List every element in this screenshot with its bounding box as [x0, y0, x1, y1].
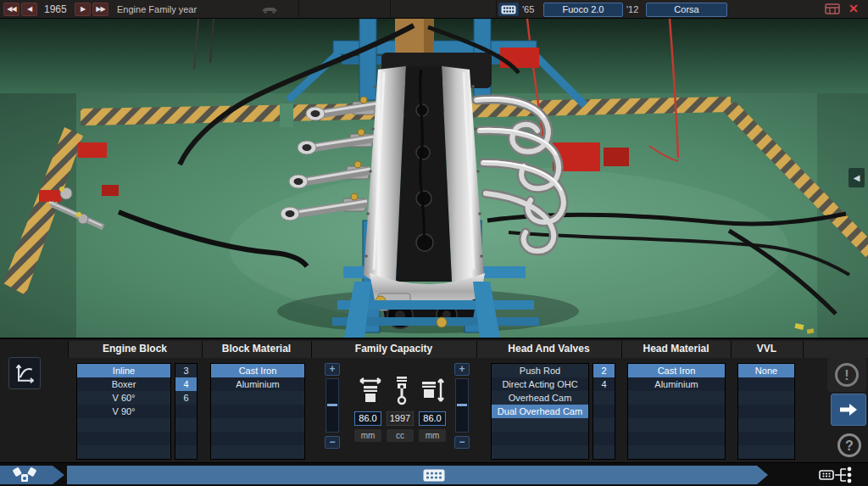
list-item[interactable]: Aluminium [628, 377, 725, 391]
list-item-empty [593, 445, 615, 459]
list-item[interactable]: Push Rod [492, 364, 588, 377]
list-item[interactable]: Aluminium [211, 377, 304, 391]
list-item[interactable]: Dual Overhead Cam [492, 405, 588, 418]
engine-family-panel: Engine Block Block Material Family Capac… [0, 338, 868, 462]
help-button[interactable]: ? [832, 430, 866, 461]
list-item-empty [211, 432, 304, 445]
markets-icon[interactable] [825, 3, 840, 14]
list-item-empty [738, 391, 794, 405]
engine-family-tree-icon[interactable] [819, 466, 858, 486]
list-item[interactable]: Cast Iron [211, 364, 304, 377]
list-item-empty [628, 432, 725, 445]
stroke-slider-handle[interactable] [457, 404, 467, 406]
capacity-unit: cc [387, 429, 414, 442]
section-title-family-capacity: Family Capacity [311, 343, 476, 356]
bore-increase-button[interactable]: + [325, 363, 340, 376]
list-item[interactable]: V 90° [77, 405, 170, 418]
bore-decrease-button[interactable]: − [325, 436, 340, 449]
fast-forward-icon[interactable]: ▶▶ [92, 3, 108, 16]
dyno-graph-button[interactable] [8, 357, 41, 389]
step-back-icon[interactable]: ◀ [21, 3, 37, 16]
variant-year: '12 [626, 4, 638, 14]
v-engine-icon [10, 466, 39, 483]
section-title-vvl: VVL [731, 343, 803, 356]
engine-viewport: ◀ [0, 19, 868, 338]
car-icon [259, 4, 280, 14]
list-item-empty [593, 405, 615, 418]
list-item-empty [175, 445, 197, 459]
block-material-list: Cast Iron Aluminium [210, 363, 305, 460]
engine-icon [498, 3, 519, 16]
collapse-panel-icon[interactable]: ◀ [849, 168, 865, 187]
next-step-button[interactable] [831, 394, 866, 426]
list-item[interactable]: 4 [175, 377, 197, 391]
stroke-increase-button[interactable]: + [454, 363, 470, 376]
list-item-empty [738, 405, 794, 418]
list-item-empty [211, 445, 304, 459]
bore-slider-track[interactable] [326, 378, 339, 433]
list-item-empty [175, 405, 197, 418]
stroke-unit: mm [419, 429, 446, 442]
list-item-empty [175, 418, 197, 432]
list-item[interactable]: 6 [175, 391, 197, 405]
list-item[interactable]: Cast Iron [628, 364, 725, 377]
stroke-icon [420, 377, 446, 405]
list-item-empty [628, 445, 725, 459]
warning-button[interactable]: ! [827, 358, 866, 392]
list-item-empty [628, 391, 725, 405]
list-item-empty [211, 418, 304, 432]
valve-count-list: 2 4 [593, 363, 615, 460]
list-item-empty [628, 405, 725, 418]
list-item-empty [175, 432, 197, 445]
list-item[interactable]: None [738, 364, 794, 377]
family-name-button[interactable]: Fuoco 2.0 [543, 3, 623, 17]
step-forward-icon[interactable]: ▶ [75, 3, 91, 16]
test-room-scene [0, 19, 868, 338]
list-item-empty [211, 405, 304, 418]
engine-block-list: Inline Boxer V 60° V 90° [76, 363, 171, 460]
list-item[interactable]: Boxer [77, 377, 170, 391]
bore-value-field[interactable]: 86.0 [354, 411, 381, 426]
head-material-list: Cast Iron Aluminium [627, 363, 726, 460]
engine-family-tab[interactable] [0, 466, 64, 484]
head-valves-list: Push Rod Direct Acting OHC Overhead Cam … [491, 363, 589, 460]
list-item-empty [738, 432, 794, 445]
vvl-list: None [737, 363, 795, 460]
top-bar: ◀◀ ◀ 1965 ▶ ▶▶ Engine Family year '65 Fu… [0, 0, 868, 19]
section-title-engine-block: Engine Block [68, 343, 202, 356]
list-item[interactable]: V 60° [77, 391, 170, 405]
progress-bar-fill[interactable] [67, 466, 768, 484]
bore-slider-handle[interactable] [327, 404, 337, 406]
list-item[interactable]: Direct Acting OHC [492, 377, 588, 391]
graph-icon [14, 362, 36, 384]
list-item[interactable]: Inline [77, 364, 170, 377]
list-item[interactable]: 2 [593, 364, 615, 377]
bore-icon [358, 377, 383, 405]
family-year: '65 [522, 4, 534, 14]
capacity-value: 1997 [387, 411, 414, 426]
divider [298, 0, 299, 19]
list-item-empty [77, 418, 170, 432]
section-title-head-valves: Head And Valves [476, 343, 621, 356]
list-item-empty [492, 445, 588, 459]
list-item[interactable]: 4 [593, 377, 615, 391]
rewind-icon[interactable]: ◀◀ [3, 3, 19, 16]
stroke-slider-track[interactable] [455, 378, 469, 433]
engine-designer-screen: ◀◀ ◀ 1965 ▶ ▶▶ Engine Family year '65 Fu… [0, 0, 868, 486]
variant-name-button[interactable]: Corsa [646, 3, 727, 17]
list-item-empty [77, 445, 170, 459]
divider [390, 0, 391, 19]
list-item-empty [738, 445, 794, 459]
list-item-empty [738, 418, 794, 432]
list-item[interactable]: 3 [175, 364, 197, 377]
divider [496, 0, 497, 19]
list-item-empty [492, 418, 588, 432]
stroke-decrease-button[interactable]: − [454, 436, 470, 449]
list-item-empty [492, 432, 588, 445]
list-item[interactable]: Overhead Cam [492, 391, 588, 405]
list-item-empty [211, 391, 304, 405]
close-icon[interactable]: ✕ [849, 2, 859, 15]
piston-icon [392, 375, 411, 405]
list-item-empty [593, 391, 615, 405]
stroke-value-field[interactable]: 86.0 [419, 411, 446, 426]
